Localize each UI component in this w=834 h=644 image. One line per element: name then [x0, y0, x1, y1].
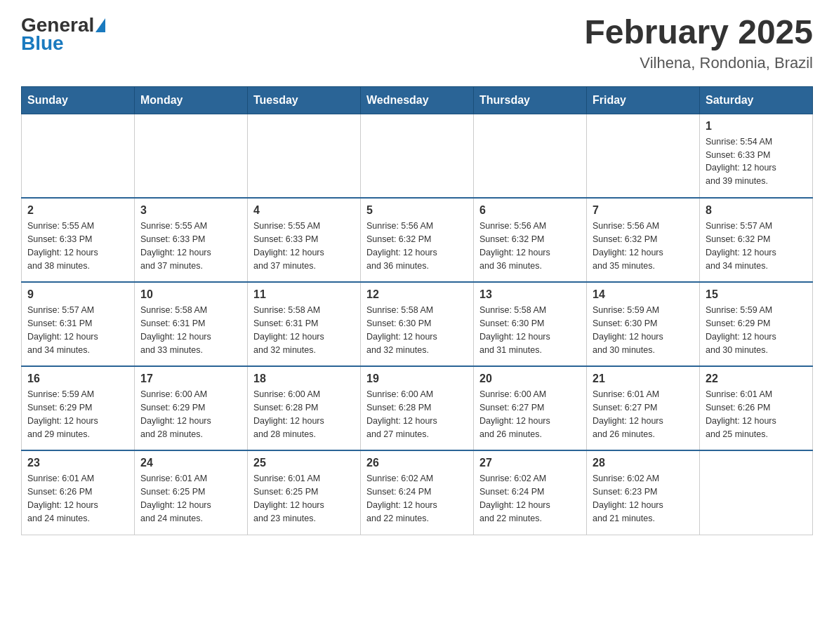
calendar-cell: 28Sunrise: 6:02 AMSunset: 6:23 PMDayligh… — [587, 450, 700, 535]
calendar-cell: 6Sunrise: 5:56 AMSunset: 6:32 PMDaylight… — [474, 198, 587, 282]
calendar-cell: 9Sunrise: 5:57 AMSunset: 6:31 PMDaylight… — [22, 282, 135, 366]
day-number: 17 — [140, 373, 241, 385]
day-info: Sunrise: 5:55 AMSunset: 6:33 PMDaylight:… — [140, 220, 241, 272]
day-number: 21 — [593, 373, 694, 385]
day-info: Sunrise: 6:01 AMSunset: 6:27 PMDaylight:… — [593, 388, 694, 441]
calendar-cell: 16Sunrise: 5:59 AMSunset: 6:29 PMDayligh… — [22, 366, 135, 450]
calendar-cell: 11Sunrise: 5:58 AMSunset: 6:31 PMDayligh… — [248, 282, 361, 366]
calendar-cell: 3Sunrise: 5:55 AMSunset: 6:33 PMDaylight… — [135, 198, 248, 282]
day-info: Sunrise: 5:58 AMSunset: 6:31 PMDaylight:… — [253, 304, 355, 356]
day-info: Sunrise: 5:58 AMSunset: 6:31 PMDaylight:… — [140, 304, 241, 356]
day-number: 4 — [253, 204, 355, 217]
calendar-header-row: Sunday Monday Tuesday Wednesday Thursday… — [22, 86, 813, 114]
col-wednesday: Wednesday — [361, 86, 474, 114]
calendar-cell: 13Sunrise: 5:58 AMSunset: 6:30 PMDayligh… — [474, 282, 587, 366]
day-info: Sunrise: 6:00 AMSunset: 6:27 PMDaylight:… — [479, 388, 581, 441]
day-info: Sunrise: 6:02 AMSunset: 6:24 PMDaylight:… — [366, 472, 468, 525]
calendar-cell: 17Sunrise: 6:00 AMSunset: 6:29 PMDayligh… — [135, 366, 248, 450]
calendar-cell: 27Sunrise: 6:02 AMSunset: 6:24 PMDayligh… — [474, 450, 587, 535]
day-info: Sunrise: 6:00 AMSunset: 6:28 PMDaylight:… — [253, 388, 355, 441]
day-info: Sunrise: 5:57 AMSunset: 6:31 PMDaylight:… — [27, 304, 128, 356]
day-number: 15 — [706, 288, 807, 301]
calendar-cell: 5Sunrise: 5:56 AMSunset: 6:32 PMDaylight… — [361, 198, 474, 282]
calendar-cell — [22, 114, 135, 198]
day-number: 11 — [253, 288, 355, 301]
day-info: Sunrise: 5:57 AMSunset: 6:32 PMDaylight:… — [706, 220, 807, 272]
day-number: 16 — [27, 373, 128, 385]
day-number: 2 — [27, 204, 128, 217]
day-info: Sunrise: 5:56 AMSunset: 6:32 PMDaylight:… — [366, 220, 468, 272]
calendar-cell: 25Sunrise: 6:01 AMSunset: 6:25 PMDayligh… — [248, 450, 361, 535]
day-info: Sunrise: 5:56 AMSunset: 6:32 PMDaylight:… — [479, 220, 581, 272]
day-number: 3 — [140, 204, 241, 217]
day-number: 23 — [27, 457, 128, 469]
day-info: Sunrise: 5:56 AMSunset: 6:32 PMDaylight:… — [593, 220, 694, 272]
day-number: 18 — [253, 373, 355, 385]
day-info: Sunrise: 6:02 AMSunset: 6:24 PMDaylight:… — [479, 472, 581, 525]
day-info: Sunrise: 6:01 AMSunset: 6:26 PMDaylight:… — [27, 472, 128, 525]
day-number: 28 — [593, 457, 694, 469]
calendar-cell: 20Sunrise: 6:00 AMSunset: 6:27 PMDayligh… — [474, 366, 587, 450]
day-info: Sunrise: 6:00 AMSunset: 6:29 PMDaylight:… — [140, 388, 241, 441]
day-number: 22 — [706, 373, 807, 385]
calendar-cell: 15Sunrise: 5:59 AMSunset: 6:29 PMDayligh… — [700, 282, 813, 366]
day-number: 26 — [366, 457, 468, 469]
day-info: Sunrise: 6:02 AMSunset: 6:23 PMDaylight:… — [593, 472, 694, 525]
calendar-cell: 21Sunrise: 6:01 AMSunset: 6:27 PMDayligh… — [587, 366, 700, 450]
day-info: Sunrise: 5:59 AMSunset: 6:30 PMDaylight:… — [593, 304, 694, 356]
calendar-cell: 7Sunrise: 5:56 AMSunset: 6:32 PMDaylight… — [587, 198, 700, 282]
calendar-cell: 18Sunrise: 6:00 AMSunset: 6:28 PMDayligh… — [248, 366, 361, 450]
logo-triangle-icon — [95, 18, 105, 32]
calendar-week-row-3: 9Sunrise: 5:57 AMSunset: 6:31 PMDaylight… — [22, 282, 813, 366]
day-info: Sunrise: 5:59 AMSunset: 6:29 PMDaylight:… — [706, 304, 807, 356]
calendar-cell: 23Sunrise: 6:01 AMSunset: 6:26 PMDayligh… — [22, 450, 135, 535]
col-sunday: Sunday — [22, 86, 135, 114]
calendar-cell: 10Sunrise: 5:58 AMSunset: 6:31 PMDayligh… — [135, 282, 248, 366]
day-info: Sunrise: 5:54 AMSunset: 6:33 PMDaylight:… — [706, 135, 807, 188]
day-info: Sunrise: 6:01 AMSunset: 6:26 PMDaylight:… — [706, 388, 807, 441]
calendar-cell — [474, 114, 587, 198]
day-info: Sunrise: 6:01 AMSunset: 6:25 PMDaylight:… — [253, 472, 355, 525]
calendar-cell — [248, 114, 361, 198]
calendar-cell — [587, 114, 700, 198]
day-info: Sunrise: 5:59 AMSunset: 6:29 PMDaylight:… — [27, 388, 128, 441]
day-info: Sunrise: 5:55 AMSunset: 6:33 PMDaylight:… — [27, 220, 128, 272]
calendar-cell: 1Sunrise: 5:54 AMSunset: 6:33 PMDaylight… — [700, 114, 813, 198]
calendar-cell: 4Sunrise: 5:55 AMSunset: 6:33 PMDaylight… — [248, 198, 361, 282]
title-area: February 2025 Vilhena, Rondonia, Brazil — [584, 14, 813, 72]
calendar-cell: 19Sunrise: 6:00 AMSunset: 6:28 PMDayligh… — [361, 366, 474, 450]
calendar-cell: 22Sunrise: 6:01 AMSunset: 6:26 PMDayligh… — [700, 366, 813, 450]
calendar-cell — [135, 114, 248, 198]
day-number: 1 — [706, 120, 807, 133]
calendar-cell: 26Sunrise: 6:02 AMSunset: 6:24 PMDayligh… — [361, 450, 474, 535]
day-number: 13 — [479, 288, 581, 301]
calendar-cell: 12Sunrise: 5:58 AMSunset: 6:30 PMDayligh… — [361, 282, 474, 366]
day-number: 10 — [140, 288, 241, 301]
day-number: 25 — [253, 457, 355, 469]
day-info: Sunrise: 6:01 AMSunset: 6:25 PMDaylight:… — [140, 472, 241, 525]
calendar-week-row-2: 2Sunrise: 5:55 AMSunset: 6:33 PMDaylight… — [22, 198, 813, 282]
day-number: 19 — [366, 373, 468, 385]
calendar-cell — [361, 114, 474, 198]
day-info: Sunrise: 5:58 AMSunset: 6:30 PMDaylight:… — [479, 304, 581, 356]
calendar-table: Sunday Monday Tuesday Wednesday Thursday… — [21, 86, 813, 535]
calendar-week-row-4: 16Sunrise: 5:59 AMSunset: 6:29 PMDayligh… — [22, 366, 813, 450]
day-number: 24 — [140, 457, 241, 469]
calendar-week-row-5: 23Sunrise: 6:01 AMSunset: 6:26 PMDayligh… — [22, 450, 813, 535]
day-number: 7 — [593, 204, 694, 217]
page-header: General Blue February 2025 Vilhena, Rond… — [21, 14, 813, 72]
month-year-title: February 2025 — [584, 14, 813, 51]
day-number: 20 — [479, 373, 581, 385]
day-info: Sunrise: 5:58 AMSunset: 6:30 PMDaylight:… — [366, 304, 468, 356]
calendar-cell: 24Sunrise: 6:01 AMSunset: 6:25 PMDayligh… — [135, 450, 248, 535]
day-number: 12 — [366, 288, 468, 301]
day-number: 6 — [479, 204, 581, 217]
calendar-cell: 14Sunrise: 5:59 AMSunset: 6:30 PMDayligh… — [587, 282, 700, 366]
day-info: Sunrise: 6:00 AMSunset: 6:28 PMDaylight:… — [366, 388, 468, 441]
calendar-cell: 8Sunrise: 5:57 AMSunset: 6:32 PMDaylight… — [700, 198, 813, 282]
logo-blue-text: Blue — [21, 32, 64, 55]
day-number: 27 — [479, 457, 581, 469]
day-number: 9 — [27, 288, 128, 301]
calendar-cell — [700, 450, 813, 535]
col-monday: Monday — [135, 86, 248, 114]
